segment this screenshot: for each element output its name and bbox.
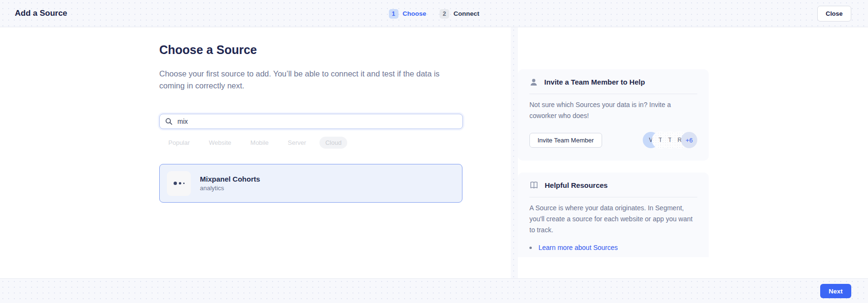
main-description: Choose your first source to add. You’ll …: [159, 68, 461, 92]
invite-actions-row: Invite Team Member V T T R +6: [529, 132, 697, 148]
resources-card-title: Helpful Resources: [545, 181, 608, 189]
invite-card-body: Not sure which Sources your data is in? …: [529, 99, 697, 121]
result-text: Mixpanel Cohorts analytics: [200, 175, 260, 192]
person-icon: [529, 78, 538, 87]
invite-card-header: Invite a Team Member to Help: [529, 77, 697, 87]
step-choose[interactable]: 1 Choose: [389, 9, 427, 19]
tab-popular[interactable]: Popular: [163, 137, 196, 149]
pane-divider: [511, 27, 518, 278]
step-connect-number: 2: [439, 9, 449, 19]
source-result-mixpanel-cohorts[interactable]: Mixpanel Cohorts analytics: [159, 164, 462, 203]
learn-more-sources-link[interactable]: Learn more about Sources: [538, 244, 618, 251]
tab-cloud[interactable]: Cloud: [319, 137, 347, 149]
main-heading: Choose a Source: [159, 43, 257, 57]
tab-website[interactable]: Website: [203, 137, 237, 149]
result-category: analytics: [200, 184, 260, 192]
invite-card-title: Invite a Team Member to Help: [544, 78, 645, 86]
category-tabs: Popular Website Mobile Server Cloud: [163, 137, 347, 149]
search-input[interactable]: [177, 118, 457, 125]
tab-server[interactable]: Server: [282, 137, 312, 149]
helpful-resources-card: Helpful Resources A Source is where your…: [518, 173, 709, 257]
resources-card-header: Helpful Resources: [529, 180, 697, 190]
avatar-stack: V T T R +6: [643, 132, 697, 148]
step-connect-label: Connect: [453, 10, 479, 17]
avatar-overflow-badge[interactable]: +6: [681, 132, 697, 148]
tab-mobile[interactable]: Mobile: [245, 137, 275, 149]
result-name: Mixpanel Cohorts: [200, 175, 260, 183]
resources-card-body: A Source is where your data originates. …: [529, 203, 697, 236]
resources-link-item: Learn more about Sources: [529, 244, 697, 251]
source-search-box[interactable]: [159, 114, 463, 129]
add-source-page: Add a Source 1 Choose 2 Connect Close Ch…: [0, 0, 868, 303]
divider: [529, 197, 697, 197]
header-bar: Add a Source 1 Choose 2 Connect Close: [0, 0, 868, 27]
search-icon: [165, 118, 173, 125]
next-button[interactable]: Next: [820, 284, 851, 298]
mixpanel-dots-icon: [167, 171, 191, 196]
divider: [529, 94, 697, 94]
book-icon: [529, 181, 538, 189]
stepper: 1 Choose 2 Connect: [389, 0, 480, 27]
step-choose-label: Choose: [403, 10, 427, 17]
step-connect[interactable]: 2 Connect: [439, 9, 479, 19]
invite-team-member-button[interactable]: Invite Team Member: [529, 133, 602, 148]
invite-team-card: Invite a Team Member to Help Not sure wh…: [518, 69, 709, 161]
step-choose-number: 1: [389, 9, 398, 19]
footer-bar: Next: [0, 278, 868, 303]
page-title: Add a Source: [15, 9, 67, 18]
close-button[interactable]: Close: [817, 6, 851, 22]
bullet-icon: [529, 247, 532, 249]
